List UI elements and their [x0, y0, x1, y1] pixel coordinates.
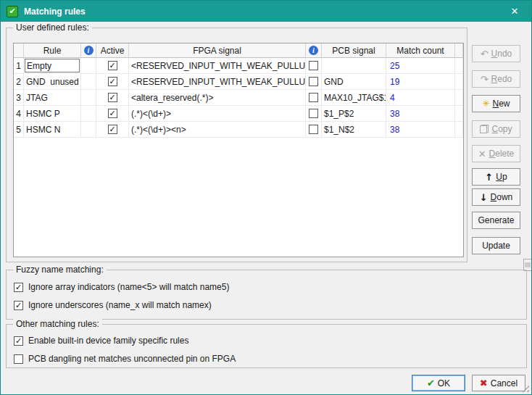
new-button[interactable]: ✳ New — [472, 95, 520, 112]
copy-label: Copy — [491, 124, 512, 134]
ignore-underscores-option[interactable]: ✓ Ignore underscores (name_x will match … — [14, 299, 212, 311]
info-cell — [81, 58, 96, 74]
update-button[interactable]: Update — [472, 237, 520, 254]
table-header-row: Rule i Active FPGA signal i PCB signal M… — [14, 43, 463, 58]
info-cell — [81, 90, 96, 106]
active-checkbox[interactable]: ✓ — [108, 77, 117, 86]
row-number[interactable]: 2 — [14, 74, 24, 90]
filler-cell — [455, 74, 463, 90]
flag-cell[interactable] — [306, 122, 322, 138]
active-checkbox[interactable]: ✓ — [108, 125, 117, 134]
update-label: Update — [482, 241, 510, 251]
row-number[interactable]: 1 — [14, 58, 24, 74]
flag-checkbox[interactable] — [309, 93, 318, 102]
fpga-signal-cell[interactable]: (.*)<(\d+)> — [129, 106, 306, 122]
col-header-info1: i — [81, 43, 96, 58]
rule-cell[interactable]: HSMC N — [24, 122, 81, 138]
fuzzy-matching-label: Fuzzy name matching: — [13, 265, 107, 275]
cancel-button[interactable]: ✖ Cancel — [472, 375, 525, 391]
rule-cell[interactable]: Empty — [24, 58, 81, 74]
up-arrow-icon: ↑ — [485, 172, 493, 182]
flag-checkbox[interactable] — [309, 125, 318, 134]
active-cell[interactable]: ✓ — [96, 106, 129, 122]
new-label: New — [493, 99, 510, 109]
cancel-label: Cancel — [491, 378, 518, 388]
active-cell[interactable]: ✓ — [96, 74, 129, 90]
rule-cell[interactable]: JTAG — [24, 90, 81, 106]
pcb-signal-cell[interactable]: GND — [322, 74, 386, 90]
ignore-array-indicators-option[interactable]: ✓ Ignore array indicators (name<5> will … — [14, 281, 229, 293]
new-icon: ✳ — [482, 99, 489, 108]
matching-rules-dialog: ✔ Matching rules ✕ User defined rules: R… — [0, 0, 532, 395]
flag-cell[interactable] — [306, 58, 322, 74]
undo-label: Undo — [491, 49, 512, 59]
flag-cell[interactable] — [306, 90, 322, 106]
fpga-signal-cell[interactable]: (.*)<(\d+)><n> — [129, 122, 306, 138]
match-count-cell: 38 — [386, 122, 455, 138]
scrollbar-thumb[interactable] — [525, 262, 531, 267]
close-button[interactable]: ✕ — [498, 1, 531, 22]
rule-cell[interactable]: HSMC P — [24, 106, 81, 122]
ok-label: OK — [438, 378, 450, 388]
filler-cell — [455, 106, 463, 122]
other-matching-rules-group: Other matching rules: ✓ Enable built-in … — [6, 324, 527, 368]
filler-cell — [455, 90, 463, 106]
flag-checkbox[interactable] — [309, 77, 318, 86]
info-cell — [81, 122, 96, 138]
fpga-signal-cell[interactable]: <RESERVED_INPUT_WITH_WEAK_PULLUP> — [129, 74, 306, 90]
rules-table[interactable]: Rule i Active FPGA signal i PCB signal M… — [13, 43, 464, 257]
ignore-array-indicators-checkbox[interactable]: ✓ — [14, 283, 23, 292]
flag-checkbox[interactable] — [309, 109, 318, 118]
rule-cell[interactable]: GND unused — [24, 74, 81, 90]
fpga-signal-cell[interactable]: <altera_reserved(.*)> — [129, 90, 306, 106]
ignore-underscores-checkbox[interactable]: ✓ — [14, 301, 23, 310]
redo-icon: ↷ — [481, 75, 489, 84]
delete-button[interactable]: ✕ Delete — [472, 145, 520, 162]
pcb-signal-cell[interactable]: $1_P$2 — [322, 106, 386, 122]
generate-button[interactable]: Generate — [472, 212, 520, 229]
down-arrow-icon: ↓ — [480, 193, 488, 202]
titlebar[interactable]: ✔ Matching rules ✕ — [1, 1, 531, 22]
down-button[interactable]: ↓ Down — [472, 188, 520, 206]
active-cell[interactable]: ✓ — [96, 90, 129, 106]
row-number[interactable]: 5 — [14, 122, 24, 138]
redo-label: Redo — [491, 74, 512, 84]
info-icon: i — [309, 46, 318, 55]
builtin-rules-checkbox[interactable]: ✓ — [14, 336, 23, 346]
active-cell[interactable]: ✓ — [96, 58, 129, 74]
copy-button[interactable]: Copy — [472, 120, 520, 138]
pcb-signal-cell[interactable]: MAX10_JTAG$1 — [322, 90, 386, 106]
dangling-net-option[interactable]: PCB dangling net matches unconnected pin… — [14, 353, 236, 365]
redo-button[interactable]: ↷ Redo — [472, 70, 520, 88]
flag-checkbox[interactable] — [309, 61, 318, 70]
active-checkbox[interactable]: ✓ — [108, 109, 117, 118]
col-header-fpga-signal: FPGA signal — [129, 43, 306, 58]
fpga-signal-cell[interactable]: <RESERVED_INPUT_WITH_WEAK_PULLUP> — [129, 58, 306, 74]
row-number[interactable]: 3 — [14, 90, 24, 106]
undo-button[interactable]: ↶ Undo — [472, 45, 520, 62]
user-defined-rules-group: User defined rules: Rule i Active FPGA s… — [6, 28, 467, 262]
pcb-signal-cell[interactable]: $1_N$2 — [322, 122, 386, 138]
pcb-signal-cell[interactable] — [322, 58, 386, 74]
flag-cell[interactable] — [306, 74, 322, 90]
row-number[interactable]: 4 — [14, 106, 24, 122]
active-cell[interactable]: ✓ — [96, 122, 129, 138]
table-row: 1 Empty ✓ <RESERVED_INPUT_WITH_WEAK_PULL… — [14, 58, 463, 74]
col-header-match-count: Match count — [386, 43, 455, 58]
dangling-net-checkbox[interactable] — [14, 354, 23, 364]
up-button[interactable]: ↑ Up — [472, 168, 520, 186]
up-label: Up — [496, 172, 507, 182]
active-checkbox[interactable]: ✓ — [108, 93, 117, 102]
rule-name-editor[interactable]: Empty — [25, 59, 80, 72]
builtin-rules-option[interactable]: ✓ Enable built-in device family specific… — [14, 335, 188, 346]
filler-cell — [455, 122, 463, 138]
fuzzy-matching-group: Fuzzy name matching: ✓ Ignore array indi… — [6, 270, 527, 320]
active-checkbox[interactable]: ✓ — [108, 61, 117, 70]
filler-cell — [455, 58, 463, 74]
col-header-filler — [455, 43, 463, 58]
flag-cell[interactable] — [306, 106, 322, 122]
match-count-cell: 19 — [386, 74, 455, 90]
undo-icon: ↶ — [481, 49, 489, 59]
ok-button[interactable]: ✔ OK — [412, 375, 465, 391]
table-row: 4 HSMC P ✓ (.*)<(\d+)> $1_P$2 38 — [14, 106, 463, 122]
